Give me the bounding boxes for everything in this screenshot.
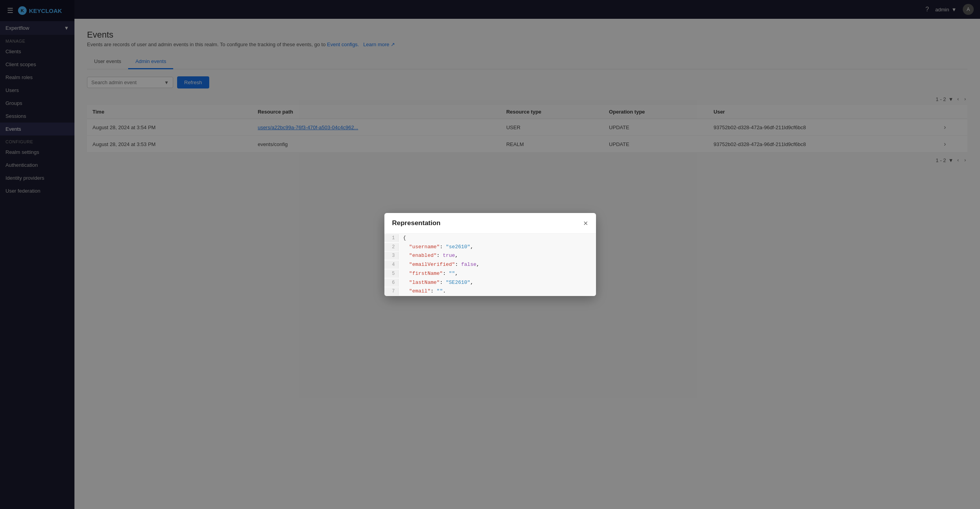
code-line-3: 3 "enabled": true, bbox=[384, 251, 596, 260]
code-line-4: 4 "emailVerified": false, bbox=[384, 260, 596, 269]
modal-header: Representation × bbox=[384, 213, 596, 234]
line-num-5: 5 bbox=[384, 270, 399, 278]
code-line-7: 7 "email": "". bbox=[384, 287, 596, 296]
code-line-2: 2 "username": "se2610", bbox=[384, 243, 596, 252]
line-content-7: "email": "". bbox=[399, 287, 451, 296]
line-num-4: 4 bbox=[384, 261, 399, 269]
line-num-7: 7 bbox=[384, 287, 399, 295]
line-content-3: "enabled": true, bbox=[399, 252, 463, 260]
line-content-5: "firstName": "", bbox=[399, 270, 463, 278]
line-content-6: "lastName": "SE2610", bbox=[399, 279, 478, 287]
line-num-3: 3 bbox=[384, 252, 399, 260]
line-num-2: 2 bbox=[384, 243, 399, 251]
line-content-2: "username": "se2610", bbox=[399, 243, 478, 251]
code-line-5: 5 "firstName": "", bbox=[384, 269, 596, 278]
representation-modal: Representation × 1 { 2 "username": "se26… bbox=[384, 213, 596, 296]
line-content-4: "emailVerified": false, bbox=[399, 261, 484, 269]
code-editor: 1 { 2 "username": "se2610", 3 "enabled":… bbox=[384, 234, 596, 296]
modal-close-button[interactable]: × bbox=[583, 219, 588, 227]
line-content-1: { bbox=[399, 234, 411, 242]
line-num-6: 6 bbox=[384, 279, 399, 287]
code-line-6: 6 "lastName": "SE2610", bbox=[384, 278, 596, 287]
modal-body: 1 { 2 "username": "se2610", 3 "enabled":… bbox=[384, 234, 596, 296]
code-line-1: 1 { bbox=[384, 234, 596, 243]
modal-overlay[interactable]: Representation × 1 { 2 "username": "se26… bbox=[0, 0, 980, 509]
modal-title: Representation bbox=[392, 219, 441, 227]
line-num-1: 1 bbox=[384, 234, 399, 242]
